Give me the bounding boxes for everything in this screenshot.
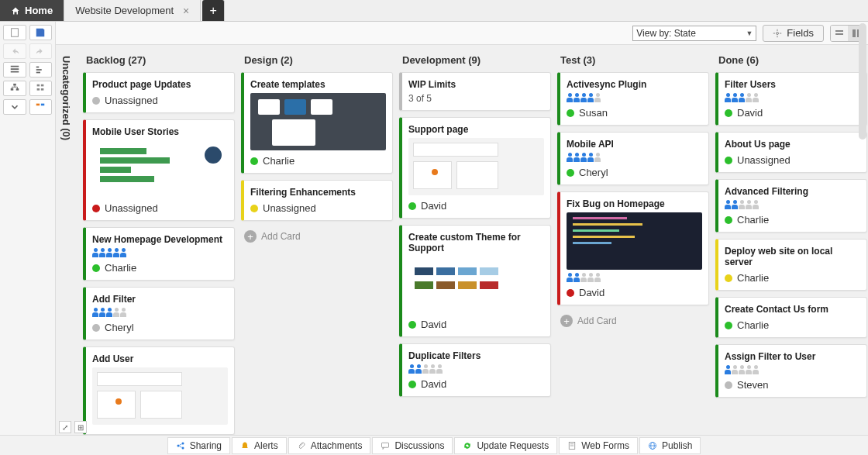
add-card-button[interactable]: +Add Card [241,227,393,246]
person-icon [429,364,436,374]
person-icon [746,200,752,209]
card[interactable]: Mobile User StoriesUnassigned [83,119,235,221]
svg-rect-23 [852,29,856,37]
status-dot [725,216,732,224]
card-assignee: Unassigned [105,202,158,214]
expand-all-button[interactable]: ⊞ [74,421,87,433]
add-card-button[interactable]: +Add Card [557,312,709,330]
person-icon [106,308,112,317]
card[interactable]: Advanced FilteringCharlie [715,179,867,233]
card-assignee: Charlie [105,262,136,274]
footer-web-forms-button[interactable]: Web Forms [559,437,638,454]
person-icon [587,93,594,102]
fields-button[interactable]: Fields [763,25,824,42]
card[interactable]: Add FilterCheryl [83,287,235,340]
uncategorized-column[interactable]: Uncategorized (0) [56,50,77,430]
card[interactable]: Create templatesCharlie [241,72,393,174]
undo-button[interactable] [3,43,26,59]
person-icon [99,308,105,317]
card-title: Deploy web site on local server [725,246,860,267]
indent-button[interactable] [29,62,53,78]
svg-rect-3 [11,71,19,73]
footer-alerts-button[interactable]: Alerts [232,437,287,454]
card[interactable]: Product page UpdatesUnassigned [83,72,235,113]
card[interactable]: Filter UsersDavid [715,72,867,126]
card-footer: Unassigned [250,202,386,214]
footer-update-requests-button[interactable]: Update Requests [454,437,557,454]
person-icon [567,273,573,282]
card-assignee: David [737,107,763,119]
card-footer: Charlie [725,319,860,331]
person-icon [753,365,759,374]
card[interactable]: Add User [83,346,235,435]
column-development: Development (9)WIP Limits3 of 5Support p… [399,50,551,430]
compact-view-button[interactable] [831,26,848,41]
grid-view-button[interactable] [3,62,26,78]
card[interactable]: About Us pageUnassigned [715,132,867,173]
collapse-all-button[interactable]: ⤢ [59,421,71,433]
footer-label: Update Requests [477,440,549,451]
person-icon [436,364,443,374]
footer-sharing-button[interactable]: Sharing [167,437,230,454]
svg-rect-13 [41,88,44,91]
card[interactable]: Create custom Theme for SupportDavid [399,225,551,337]
card-footer: Susan [567,107,702,119]
card[interactable]: Mobile APICheryl [557,132,709,185]
view-by-dropdown[interactable]: View by: State ▼ [632,26,756,41]
refresh-icon [463,441,472,450]
person-icon [422,364,429,374]
card[interactable]: Filtering EnhancementsUnassigned [241,180,393,221]
footer-discussions-button[interactable]: Discussions [372,437,453,454]
footer-publish-button[interactable]: Publish [639,437,701,454]
person-icon [725,200,731,209]
person-icon [580,153,587,162]
tab-add[interactable]: + [202,0,225,21]
footer-label: Alerts [254,440,278,451]
card-thumbnail [92,367,228,425]
chat-icon [381,441,390,450]
svg-rect-8 [11,88,14,91]
card-title: About Us page [725,139,860,150]
person-icon [753,93,759,102]
kanban-board[interactable]: Uncategorized (0) Backlog (27)Product pa… [56,45,868,435]
card[interactable]: Deploy web site on local serverCharlie [715,239,867,291]
card-footer: Steven [725,379,860,391]
svg-rect-14 [36,104,40,106]
tab-document[interactable]: Website Development × [64,0,201,21]
card[interactable]: Duplicate FiltersDavid [399,343,551,397]
card[interactable]: New Homepage DevelopmentCharlie [83,227,235,281]
card[interactable]: Create Contact Us formCharlie [715,297,867,338]
hierarchy-button[interactable] [3,81,26,96]
svg-rect-15 [41,104,44,106]
status-dot [250,157,258,165]
new-doc-button[interactable] [3,25,26,40]
card-footer: Cheryl [92,322,228,333]
card-title: Fix Bug on Homepage [567,198,702,209]
person-icon [92,248,98,257]
status-dot [725,274,732,282]
card-footer: David [567,287,702,298]
card[interactable]: Activesync PluginSusan [557,72,709,126]
card-title: Support page [408,124,544,135]
collapse-button[interactable] [3,99,26,115]
svg-rect-7 [13,84,16,86]
card-footer: Charlie [725,214,860,226]
redo-button[interactable] [29,43,53,59]
card[interactable]: WIP Limits3 of 5 [399,72,551,111]
vertical-scrollbar[interactable] [859,23,866,140]
card[interactable]: Fix Bug on HomepageDavid [557,191,709,305]
card-title: Mobile User Stories [92,126,228,137]
footer-attachments-button[interactable]: Attachments [288,437,371,454]
status-dot [725,109,732,117]
card-title: Create Contact Us form [725,304,860,315]
card[interactable]: Support pageDavid [399,117,551,219]
save-button[interactable] [29,25,53,40]
close-icon[interactable]: × [183,5,189,17]
card-bars-button[interactable] [29,99,53,115]
card[interactable]: Assign Filter to UserSteven [715,344,867,398]
person-icon [587,153,594,162]
org-button[interactable] [29,81,53,96]
svg-rect-10 [37,84,40,87]
card-assignee: Steven [737,379,768,391]
tab-home[interactable]: Home [0,0,64,21]
